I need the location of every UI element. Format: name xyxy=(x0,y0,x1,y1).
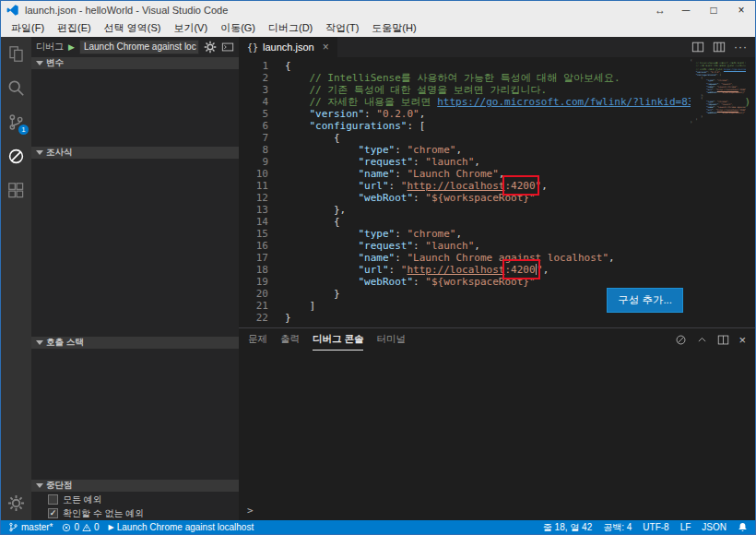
code-token: : xyxy=(413,192,425,204)
menu-item-3[interactable]: 보기(V) xyxy=(167,19,214,37)
scm-badge: 1 xyxy=(18,125,29,135)
code-token: "${workspaceRoot}" xyxy=(425,276,535,288)
encoding[interactable]: UTF-8 xyxy=(643,522,668,532)
settings-gear-icon[interactable] xyxy=(1,486,31,520)
breakpoint-checkbox[interactable] xyxy=(48,494,58,505)
notifications-bell-icon[interactable] xyxy=(738,522,748,532)
code-line-22[interactable]: } xyxy=(285,312,755,324)
split-editor-icon[interactable] xyxy=(691,41,704,54)
code-line-8[interactable]: "type": "chrome", xyxy=(285,144,755,156)
warnings-icon xyxy=(82,523,91,532)
menu-item-4[interactable]: 이동(G) xyxy=(214,19,262,37)
code-line-16[interactable]: "request": "launch", xyxy=(285,240,755,252)
debug-target-item[interactable]: ▶ Launch Chrome against localhost xyxy=(109,522,254,532)
code-token: "version" xyxy=(285,108,364,120)
code-token: : xyxy=(413,276,425,288)
configure-gear-icon[interactable] xyxy=(204,41,217,54)
panel-tab-3[interactable]: 터미널 xyxy=(376,328,406,351)
line-number: 9 xyxy=(239,156,281,168)
editor-layout-icon[interactable] xyxy=(713,41,726,54)
code-line-11[interactable]: "url": "http://localhost:4200", xyxy=(285,180,755,192)
repl-prompt-icon[interactable]: > xyxy=(247,505,254,517)
menu-item-6[interactable]: 작업(T) xyxy=(319,19,365,37)
highlight-annotation: :4200 xyxy=(504,180,535,192)
menu-item-5[interactable]: 디버그(D) xyxy=(262,19,319,37)
panel-tab-1[interactable]: 출력 xyxy=(280,328,300,351)
code-line-12[interactable]: "webRoot": "${workspaceRoot}" xyxy=(285,192,755,204)
clear-console-icon[interactable] xyxy=(675,334,687,346)
more-actions-icon[interactable]: ··· xyxy=(734,41,748,54)
code-token: // 자세한 내용을 보려면 xyxy=(285,96,437,108)
code-line-18[interactable]: "url": "http://localhost:4200", xyxy=(285,264,755,276)
indentation[interactable]: 공백: 4 xyxy=(603,521,632,534)
code-area[interactable]: { // IntelliSense를 사용하여 가능한 특성에 대해 알아보세요… xyxy=(281,57,755,327)
code-line-17[interactable]: "name": "Launch Chrome against localhost… xyxy=(285,252,755,264)
debug-console-toggle-icon[interactable] xyxy=(221,41,234,54)
cursor-position[interactable]: 줄 18, 열 42 xyxy=(543,521,592,534)
add-configuration-button[interactable]: 구성 추가... xyxy=(607,288,683,313)
main-area: 1 디버그 ▶ Launch Chrome against loc xyxy=(1,37,755,520)
code-line-4[interactable]: // 자세한 내용을 보려면 https://go.microsoft.com/… xyxy=(285,96,755,108)
launch-config-select[interactable]: Launch Chrome against loc xyxy=(79,40,199,54)
code-line-9[interactable]: "request": "launch", xyxy=(285,156,755,168)
code-token: , xyxy=(541,180,548,192)
code-token: , xyxy=(499,168,505,180)
git-branch-item[interactable]: master* xyxy=(8,522,53,532)
panel-tab-2[interactable]: 디버그 콘솔 xyxy=(313,328,363,351)
code-line-5[interactable]: "version": "0.2.0", xyxy=(285,108,755,120)
code-line-13[interactable]: }, xyxy=(285,204,755,216)
menu-item-1[interactable]: 편집(E) xyxy=(51,19,98,37)
code-token: "Launch Chrome against localhost" xyxy=(407,252,608,264)
eol[interactable]: LF xyxy=(680,522,691,532)
tab-close-icon[interactable]: × xyxy=(323,41,329,54)
minimize-button[interactable]: ─ xyxy=(672,1,700,19)
breakpoint-checkbox[interactable]: ✓ xyxy=(48,508,58,518)
bottom-panel: 문제출력디버그 콘솔터미널× > xyxy=(239,327,755,520)
debug-icon[interactable] xyxy=(1,139,31,173)
problems-item[interactable]: 0 0 xyxy=(62,522,99,532)
debug-console-content[interactable]: > xyxy=(239,351,755,520)
menu-item-7[interactable]: 도움말(H) xyxy=(365,19,422,37)
resize-icon[interactable]: ↔ xyxy=(648,1,672,19)
menu-item-2[interactable]: 선택 영역(S) xyxy=(98,19,168,37)
section-header-variables[interactable]: 변수 xyxy=(31,57,239,69)
explorer-icon[interactable] xyxy=(1,37,31,71)
search-icon[interactable] xyxy=(1,71,31,105)
line-number: 20 xyxy=(239,288,281,300)
breakpoint-item-0[interactable]: 모든 예외 xyxy=(31,493,239,506)
minimap[interactable]: { // IntelliSense를 사용하여 가능한 특성에 대해 알아보세요… xyxy=(691,57,746,327)
code-line-21[interactable]: ] xyxy=(285,300,755,312)
tab-launch-json[interactable]: {} launch.json × xyxy=(239,37,337,57)
split-panel-icon[interactable] xyxy=(717,334,729,346)
code-token: " xyxy=(537,264,543,276)
source-control-icon[interactable]: 1 xyxy=(1,105,31,139)
language-mode[interactable]: JSON xyxy=(702,522,726,532)
highlight-annotation: :4200 xyxy=(738,89,745,91)
code-token: https://go.microsoft.com/fwlink/?linkid=… xyxy=(724,68,746,71)
close-panel-icon[interactable]: × xyxy=(738,333,746,347)
code-line-2[interactable]: // IntelliSense를 사용하여 가능한 특성에 대해 알아보세요. xyxy=(285,72,755,84)
code-token: "webRoot" xyxy=(285,192,413,204)
code-line-20[interactable]: } xyxy=(285,288,755,300)
extensions-icon[interactable] xyxy=(1,173,31,208)
panel-tab-0[interactable]: 문제 xyxy=(248,328,267,351)
section-header-breakpoints[interactable]: 중단점 xyxy=(31,480,239,492)
line-number: 10 xyxy=(239,168,281,180)
code-line-3[interactable]: // 기존 특성에 대한 설명을 보려면 가리킵니다. xyxy=(285,84,755,96)
maximize-button[interactable]: □ xyxy=(700,1,727,19)
section-header-watch[interactable]: 조사식 xyxy=(31,147,239,159)
breakpoint-item-1[interactable]: ✓확인할 수 없는 예외 xyxy=(31,506,239,520)
code-line-1[interactable]: { xyxy=(285,60,755,72)
code-line-10[interactable]: "name": "Launch Chrome", xyxy=(285,168,755,180)
code-line-15[interactable]: "type": "chrome", xyxy=(285,228,755,240)
close-button[interactable]: × xyxy=(727,1,755,19)
code-line-19[interactable]: "webRoot": "${workspaceRoot}" xyxy=(285,276,755,288)
vscode-window: launch.json - helloWorld - Visual Studio… xyxy=(0,0,756,535)
code-line-14[interactable]: { xyxy=(285,216,755,228)
menu-item-0[interactable]: 파일(F) xyxy=(5,19,51,37)
maximize-panel-icon[interactable] xyxy=(696,334,708,346)
code-line-7[interactable]: { xyxy=(285,132,755,144)
start-debug-icon[interactable]: ▶ xyxy=(68,42,75,52)
code-line-6[interactable]: "configurations": [ xyxy=(285,120,755,132)
section-header-call-stack[interactable]: 호출 스택 xyxy=(31,337,239,349)
